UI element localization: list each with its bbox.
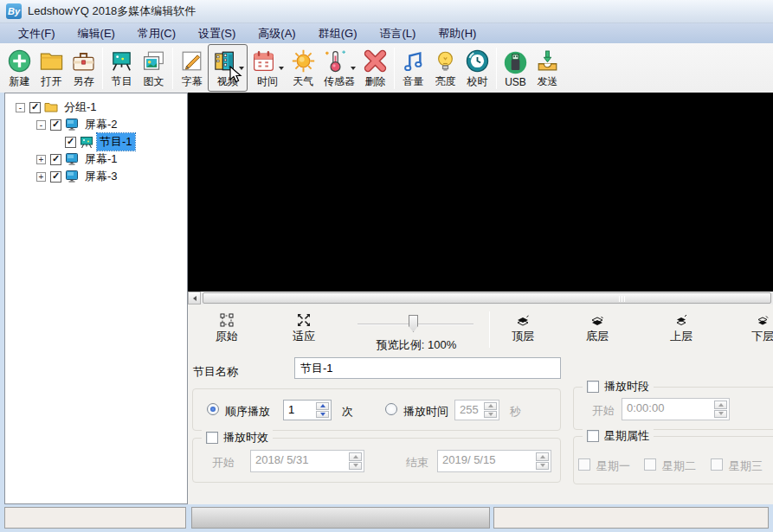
save-as-icon bbox=[71, 48, 96, 74]
play-count-unit: 次 bbox=[342, 404, 353, 420]
program-name-input[interactable] bbox=[294, 357, 561, 379]
toolbar-button-clock-sync[interactable]: 校时 bbox=[461, 44, 493, 92]
toolbar: 新建 打开 另存 节目 图文 字幕 视频 时间 天气 传感器 删除 bbox=[0, 43, 773, 93]
play-seconds-spinner[interactable]: 255 bbox=[454, 400, 499, 420]
menu-group[interactable]: 群组(G) bbox=[307, 23, 369, 43]
usb-icon bbox=[503, 50, 528, 75]
tuesday-checkbox[interactable] bbox=[644, 458, 656, 471]
week-attribute-checkbox[interactable] bbox=[587, 430, 599, 442]
collapse-icon[interactable]: - bbox=[16, 103, 25, 112]
tree-checkbox[interactable] bbox=[65, 137, 76, 148]
spin-up-button[interactable] bbox=[714, 401, 727, 409]
spin-up-button[interactable] bbox=[484, 402, 497, 410]
title-bar: By LedshowYQ 2018多媒体编辑软件 bbox=[0, 0, 773, 23]
period-end-date[interactable]: 2019/ 5/15 bbox=[437, 450, 551, 472]
menu-common[interactable]: 常用(C) bbox=[126, 23, 187, 43]
monday-label: 星期一 bbox=[596, 458, 630, 474]
expand-icon[interactable]: + bbox=[36, 155, 46, 164]
spin-down-button[interactable] bbox=[714, 410, 727, 419]
timed-play-label: 播放时间 bbox=[403, 404, 448, 420]
screen-icon bbox=[65, 170, 79, 183]
fit-button[interactable]: 适应 bbox=[282, 313, 325, 344]
tree-checkbox[interactable] bbox=[50, 154, 61, 165]
tree-item-screen-3[interactable]: + 屏幕-3 bbox=[5, 168, 187, 185]
tree-item-screen-1[interactable]: + 屏幕-1 bbox=[5, 151, 187, 168]
toolbar-button-time[interactable]: 时间 bbox=[248, 44, 287, 92]
monday-checkbox[interactable] bbox=[578, 458, 590, 471]
layer-up-button[interactable]: 上层 bbox=[660, 313, 703, 344]
play-timeslot-group: 播放时段 开始 0:00:00 bbox=[573, 387, 773, 430]
timeslot-start-time[interactable]: 0:00:00 bbox=[622, 398, 730, 420]
collapse-icon[interactable]: - bbox=[36, 120, 46, 130]
toolbar-button-save-as[interactable]: 另存 bbox=[68, 44, 100, 92]
slider-thumb[interactable] bbox=[409, 315, 418, 332]
play-count-spinner[interactable]: 1 bbox=[283, 400, 332, 420]
time-icon bbox=[251, 48, 276, 74]
tree-item-program-1[interactable]: 节目-1 bbox=[5, 133, 187, 151]
toolbar-button-usb[interactable]: USB bbox=[499, 46, 531, 91]
scroll-left-button[interactable] bbox=[188, 292, 201, 304]
play-timeslot-checkbox[interactable] bbox=[587, 381, 599, 393]
tuesday-label: 星期二 bbox=[662, 458, 696, 474]
screen-icon bbox=[65, 152, 79, 166]
tree-checkbox[interactable] bbox=[50, 171, 61, 183]
wednesday-checkbox[interactable] bbox=[711, 458, 723, 471]
menu-help[interactable]: 帮助(H) bbox=[427, 23, 487, 43]
top-layer-button[interactable]: 顶层 bbox=[501, 313, 544, 344]
volume-icon bbox=[401, 48, 426, 74]
bottom-panel: 原始 适应 预览比例: 100% 顶层 底层 上层 下层 节目名称 顺序播放 1… bbox=[188, 304, 773, 504]
toolbar-button-program[interactable]: 节目 bbox=[106, 44, 138, 92]
toolbar-button-new[interactable]: 新建 bbox=[3, 44, 35, 92]
layer-down-icon bbox=[756, 313, 770, 327]
status-bar-progress bbox=[191, 507, 490, 529]
dropdown-caret-icon[interactable] bbox=[351, 67, 356, 70]
preview-horizontal-scrollbar[interactable] bbox=[188, 292, 773, 304]
app-window: { "window": { "title": "LedshowYQ 2018多媒… bbox=[0, 0, 773, 532]
period-start-label: 开始 bbox=[212, 455, 235, 471]
spin-up-button[interactable] bbox=[349, 452, 362, 461]
folder-icon bbox=[44, 100, 58, 114]
toolbar-button-weather[interactable]: 天气 bbox=[287, 44, 319, 92]
menu-advanced[interactable]: 高级(A) bbox=[247, 23, 306, 43]
tree-item-group-1[interactable]: - 分组-1 bbox=[5, 99, 187, 116]
toolbar-button-volume[interactable]: 音量 bbox=[397, 44, 429, 92]
toolbar-button-open[interactable]: 打开 bbox=[35, 44, 68, 92]
menu-edit[interactable]: 编辑(E) bbox=[67, 23, 126, 43]
spin-down-button[interactable] bbox=[349, 462, 362, 471]
scrollbar-thumb[interactable] bbox=[203, 292, 771, 304]
timed-play-radio[interactable] bbox=[385, 403, 397, 415]
menu-file[interactable]: 文件(F) bbox=[7, 23, 67, 43]
toolbar-button-subtitle[interactable]: 字幕 bbox=[176, 44, 208, 92]
toolbar-button-delete[interactable]: 删除 bbox=[359, 44, 391, 92]
toolbar-button-sensor[interactable]: 传感器 bbox=[319, 44, 359, 92]
spin-down-button[interactable] bbox=[316, 411, 329, 419]
expand-icon[interactable]: + bbox=[36, 172, 46, 182]
top-layer-icon bbox=[516, 313, 530, 327]
mouse-cursor bbox=[229, 66, 242, 84]
dropdown-caret-icon[interactable] bbox=[279, 67, 284, 70]
layer-down-button[interactable]: 下层 bbox=[741, 313, 773, 344]
menu-settings[interactable]: 设置(S) bbox=[187, 23, 247, 43]
tree-checkbox[interactable] bbox=[50, 119, 61, 131]
toolbar-button-brightness[interactable]: 亮度 bbox=[429, 44, 461, 92]
sequential-play-radio[interactable] bbox=[207, 403, 219, 415]
tree-item-screen-2[interactable]: - 屏幕-2 bbox=[5, 116, 187, 133]
image-text-icon bbox=[141, 48, 166, 74]
toolbar-button-image-text[interactable]: 图文 bbox=[138, 44, 170, 92]
tree-checkbox[interactable] bbox=[29, 102, 41, 113]
menu-bar: 文件(F) 编辑(E) 常用(C) 设置(S) 高级(A) 群组(G) 语言(L… bbox=[0, 23, 773, 43]
bottom-layer-button[interactable]: 底层 bbox=[576, 313, 619, 344]
period-start-date[interactable]: 2018/ 5/31 bbox=[250, 450, 364, 472]
spin-up-button[interactable] bbox=[536, 452, 549, 461]
play-period-checkbox[interactable] bbox=[206, 432, 218, 444]
original-size-button[interactable]: 原始 bbox=[205, 313, 248, 344]
play-period-group: 播放时效 开始 2018/ 5/31 结束 2019/ 5/15 bbox=[192, 438, 561, 483]
spin-up-button[interactable] bbox=[316, 402, 329, 410]
status-bar-right bbox=[493, 507, 769, 529]
menu-language[interactable]: 语言(L) bbox=[368, 23, 427, 43]
spin-down-button[interactable] bbox=[484, 411, 497, 419]
program-icon bbox=[109, 48, 134, 74]
spin-down-button[interactable] bbox=[536, 462, 549, 471]
toolbar-button-send[interactable]: 发送 bbox=[531, 44, 564, 92]
led-preview-canvas[interactable] bbox=[188, 93, 773, 292]
